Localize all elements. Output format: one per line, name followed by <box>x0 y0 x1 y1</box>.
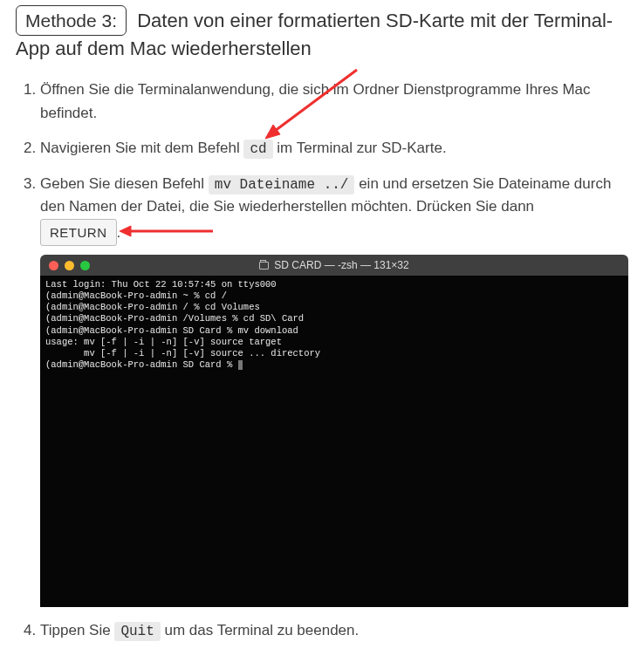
close-icon[interactable] <box>49 261 58 270</box>
terminal-title-text: SD CARD — -zsh — 131×32 <box>274 257 408 274</box>
terminal-line: mv [-f | -i | -n] [-v] source ... direct… <box>45 348 320 358</box>
step-3-dot: . <box>117 224 121 241</box>
step-4-text-a: Tippen Sie <box>40 622 114 638</box>
return-key-button: RETURN <box>40 219 117 246</box>
quit-command-code: Quit <box>114 622 160 641</box>
terminal-cursor <box>238 360 243 370</box>
cd-command-code: cd <box>243 140 272 159</box>
minimize-icon[interactable] <box>65 261 74 270</box>
step-4: Tippen Sie Quit um das Terminal zu beend… <box>40 619 628 643</box>
terminal-line: (admin@MacBook-Pro-admin SD Card % mv do… <box>45 325 298 336</box>
steps-list: Öffnen Sie die Terminalanwendung, die si… <box>16 79 628 643</box>
method-tag: Methode 3: <box>16 5 127 36</box>
terminal-line: (admin@MacBook-Pro-admin ~ % cd / <box>45 290 227 301</box>
svg-marker-1 <box>265 125 280 139</box>
step-3-text-a: Geben Sie diesen Befehl <box>40 175 209 192</box>
step-2: Navigieren Sie mit dem Befehl cd im Term… <box>40 137 628 160</box>
step-1: Öffnen Sie die Terminalanwendung, die si… <box>40 79 628 125</box>
method-heading: Methode 3: Daten von einer formatierten … <box>16 5 628 63</box>
terminal-body[interactable]: Last login: Thu Oct 22 10:57:45 on ttys0… <box>40 276 628 607</box>
terminal-line: usage: mv [-f | -i | -n] [-v] source tar… <box>45 337 282 347</box>
step-2-text-b: im Terminal zur SD-Karte. <box>273 140 447 156</box>
terminal-line: (admin@MacBook-Pro-admin SD Card % <box>45 359 238 370</box>
folder-icon <box>259 262 269 270</box>
terminal-line: (admin@MacBook-Pro-admin /Volumes % cd S… <box>45 313 304 324</box>
terminal-title: SD CARD — -zsh — 131×32 <box>40 257 628 274</box>
svg-marker-3 <box>120 226 131 236</box>
terminal-titlebar: SD CARD — -zsh — 131×32 <box>40 255 628 276</box>
step-2-text-a: Navigieren Sie mit dem Befehl <box>40 140 243 156</box>
terminal-window: SD CARD — -zsh — 131×32 Last login: Thu … <box>40 255 628 607</box>
step-1-text: Öffnen Sie die Terminalanwendung, die si… <box>40 81 591 120</box>
window-controls <box>49 261 90 270</box>
terminal-line: Last login: Thu Oct 22 10:57:45 on ttys0… <box>45 279 277 290</box>
terminal-line: (admin@MacBook-Pro-admin / % cd Volumes <box>45 302 260 312</box>
step-3: Geben Sie diesen Befehl mv Dateiname ../… <box>40 173 628 607</box>
maximize-icon[interactable] <box>80 261 90 270</box>
step-4-text-b: um das Terminal zu beenden. <box>161 622 359 638</box>
mv-command-code: mv Dateiname ../ <box>209 175 355 195</box>
arrow-to-return-icon <box>117 222 217 240</box>
